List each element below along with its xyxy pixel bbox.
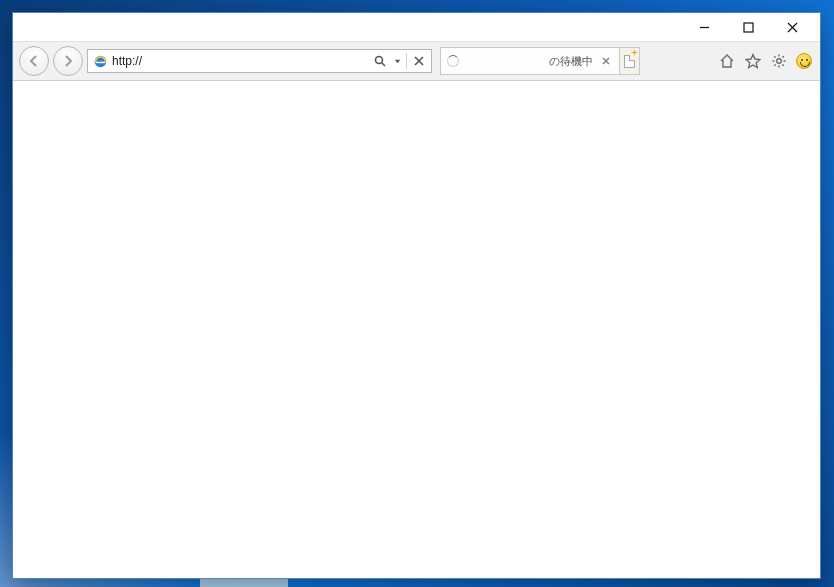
home-icon[interactable]: [718, 52, 736, 70]
window-maximize-button[interactable]: [726, 13, 770, 41]
svg-point-3: [777, 59, 782, 64]
tab-active[interactable]: の待機中: [440, 47, 620, 75]
window-minimize-button[interactable]: [682, 13, 726, 41]
new-tab-page-icon: [624, 55, 635, 68]
address-bar[interactable]: [87, 49, 432, 73]
back-button[interactable]: [19, 46, 49, 76]
browser-window: の待機中: [12, 12, 821, 579]
window-titlebar[interactable]: [13, 13, 820, 41]
tab-strip: の待機中: [440, 47, 640, 75]
feedback-smiley-icon[interactable]: [796, 53, 812, 69]
search-icon[interactable]: [372, 49, 388, 73]
svg-rect-0: [744, 23, 753, 32]
toolbar-right-icons: [718, 52, 814, 70]
address-separator: [406, 53, 407, 69]
search-dropdown-icon[interactable]: [392, 49, 402, 73]
address-input[interactable]: [112, 54, 368, 68]
new-tab-button[interactable]: [620, 47, 640, 75]
favorites-star-icon[interactable]: [744, 52, 762, 70]
tab-close-button[interactable]: [599, 54, 613, 68]
tab-label: の待機中: [465, 54, 593, 69]
window-close-button[interactable]: [770, 13, 814, 41]
new-tab-sparkle-icon: [631, 49, 638, 56]
forward-button[interactable]: [53, 46, 83, 76]
tools-gear-icon[interactable]: [770, 52, 788, 70]
ie-logo-icon: [92, 53, 108, 69]
stop-reload-icon[interactable]: [411, 49, 427, 73]
page-content-area[interactable]: [13, 81, 820, 578]
svg-point-2: [376, 57, 383, 64]
loading-spinner-icon: [447, 55, 459, 67]
browser-toolbar: の待機中: [13, 41, 820, 81]
